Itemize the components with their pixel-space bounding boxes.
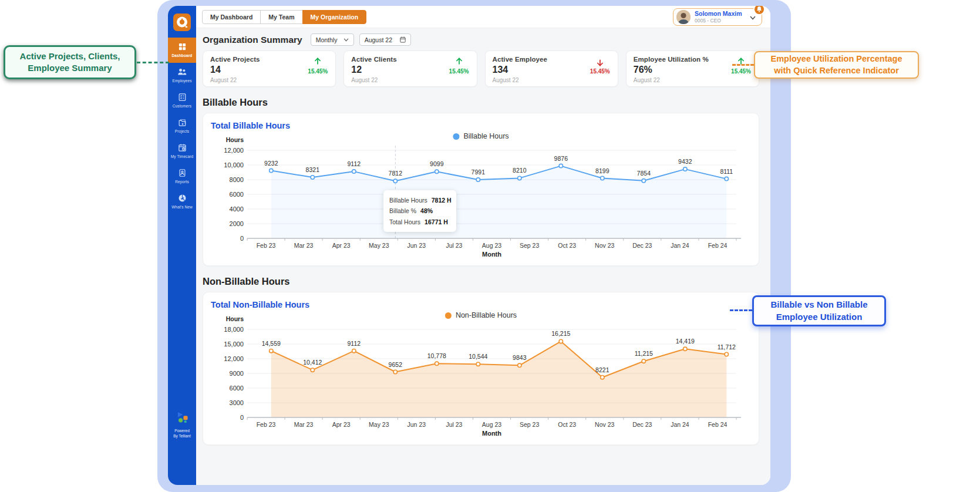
card-date: August 22 [493, 77, 611, 83]
svg-text:Jun 23: Jun 23 [408, 421, 426, 428]
reports-icon [169, 169, 196, 178]
svg-text:8321: 8321 [306, 166, 320, 173]
tooltip-row: Billable %48% [389, 205, 450, 216]
app-window: DashboardEmployeesCustomersProjectsMy Ti… [168, 6, 770, 485]
svg-text:Oct 23: Oct 23 [558, 421, 576, 428]
svg-text:10,778: 10,778 [427, 352, 446, 359]
user-menu[interactable]: Solomon Maxim 0005 - CEO [673, 8, 762, 26]
svg-text:15,000: 15,000 [224, 341, 244, 348]
svg-text:Sep 23: Sep 23 [520, 421, 539, 428]
card-date: August 22 [210, 77, 328, 83]
svg-text:0: 0 [240, 414, 244, 421]
svg-text:3000: 3000 [230, 399, 244, 406]
billable-chart-card: Total Billable HoursBillable Hours12,000… [203, 113, 759, 266]
svg-text:Dec 23: Dec 23 [632, 421, 652, 428]
billable-section-heading: Billable Hours [203, 97, 759, 108]
svg-text:9652: 9652 [389, 361, 403, 368]
svg-text:7991: 7991 [472, 169, 486, 176]
notifications-bell-icon[interactable] [753, 6, 765, 15]
tooltip-row: Billable Hours7812 H [389, 195, 450, 205]
sidebar-item-label: What's New [169, 205, 196, 209]
sidebar-item-label: My Timecard [169, 154, 196, 159]
sidebar-item-employees[interactable]: Employees [168, 63, 196, 88]
svg-text:8000: 8000 [230, 176, 244, 183]
powered-by-label: Powered By Telliant [168, 428, 196, 440]
chevron-down-icon [343, 38, 349, 42]
sidebar-item-whats-new[interactable]: What's New [168, 189, 196, 214]
timecard-icon [169, 143, 196, 153]
topbar: My DashboardMy TeamMy Organization Solom… [196, 6, 770, 28]
svg-text:10,000: 10,000 [224, 161, 244, 169]
svg-text:8199: 8199 [595, 167, 609, 174]
billable-chart-plot: 12,00010,00080006000400020000Hours923283… [211, 134, 751, 260]
tab-my-dashboard[interactable]: My Dashboard [202, 10, 261, 24]
trend-arrow-down-icon [590, 56, 610, 68]
powered-by: Powered By Telliant [168, 412, 196, 440]
legend-dot-icon [445, 312, 452, 319]
svg-text:16,215: 16,215 [551, 330, 570, 337]
svg-text:9876: 9876 [554, 155, 568, 162]
svg-text:0: 0 [240, 235, 244, 242]
user-name: Solomon Maxim [695, 10, 742, 18]
svg-text:8221: 8221 [595, 366, 609, 373]
sidebar-item-reports[interactable]: Reports [168, 164, 196, 189]
sidebar-item-dashboard[interactable]: Dashboard [168, 38, 196, 63]
annotation-summary-callout: Active Projects, Clients, Employee Summa… [4, 45, 136, 79]
nonbillable-section-heading: Non-Billable Hours [203, 276, 759, 287]
svg-text:Apr 23: Apr 23 [332, 421, 351, 428]
svg-text:11,712: 11,712 [718, 343, 736, 351]
organization-summary-title: Organization Summary [203, 35, 302, 45]
sidebar-item-label: Projects [169, 129, 196, 133]
svg-text:12,000: 12,000 [224, 355, 244, 362]
chart-legend: Billable Hours [453, 132, 508, 140]
screenshot-stage: DashboardEmployeesCustomersProjectsMy Ti… [0, 0, 980, 492]
card-date: August 22 [351, 77, 469, 83]
summary-card: Employee Utilization %76%August 2215.45% [626, 50, 759, 87]
svg-text:10,544: 10,544 [469, 353, 487, 360]
svg-text:May 23: May 23 [369, 421, 389, 428]
tab-my-organization[interactable]: My Organization [302, 10, 367, 24]
svg-text:18,000: 18,000 [224, 326, 244, 333]
avatar [676, 10, 691, 24]
annotation-billable-connector [730, 309, 752, 311]
tab-my-team[interactable]: My Team [260, 10, 302, 24]
sidebar-item-my-timecard[interactable]: My Timecard [168, 139, 196, 164]
svg-text:11,215: 11,215 [635, 350, 653, 357]
trend-arrow-up-icon [449, 56, 469, 68]
chart-title: Total Billable Hours [211, 121, 759, 130]
sidebar-item-label: Dashboard [169, 53, 196, 58]
svg-text:Month: Month [482, 430, 501, 437]
card-change: 15.45% [590, 68, 610, 75]
calendar-icon [400, 36, 406, 43]
card-change: 15.45% [731, 68, 751, 75]
svg-text:8111: 8111 [720, 168, 733, 175]
svg-text:Jun 23: Jun 23 [408, 242, 426, 249]
svg-text:Mar 23: Mar 23 [294, 242, 314, 249]
svg-text:7854: 7854 [637, 170, 651, 177]
chart-legend: Non-Billable Hours [445, 311, 517, 319]
svg-text:9099: 9099 [430, 160, 444, 167]
app-logo-icon[interactable] [173, 13, 191, 32]
sidebar-item-customers[interactable]: Customers [168, 88, 196, 113]
organization-summary-row: Organization Summary Monthly August 22 [203, 33, 759, 46]
trend-arrow-up-icon [308, 56, 328, 68]
whats-new-icon [169, 194, 196, 203]
svg-text:Oct 23: Oct 23 [558, 242, 576, 249]
svg-text:Aug 23: Aug 23 [482, 421, 501, 428]
svg-text:Feb 24: Feb 24 [708, 421, 728, 428]
svg-text:9843: 9843 [513, 354, 527, 361]
date-select[interactable]: August 22 [359, 33, 411, 46]
trend-arrow-up-icon [731, 56, 751, 68]
legend-label: Billable Hours [463, 132, 508, 140]
svg-text:9000: 9000 [230, 370, 244, 377]
svg-text:Apr 23: Apr 23 [332, 242, 351, 249]
sidebar-item-projects[interactable]: Projects [168, 113, 196, 139]
summary-card: Active Employee134August 2215.45% [485, 50, 618, 87]
tooltip-row: Total Hours16771 H [389, 217, 450, 227]
main-area: My DashboardMy TeamMy Organization Solom… [196, 6, 770, 485]
svg-text:9112: 9112 [348, 160, 361, 167]
telliant-logo-icon [176, 412, 188, 423]
period-select[interactable]: Monthly [311, 33, 354, 46]
annotation-summary-connector [137, 62, 169, 63]
svg-text:Jul 23: Jul 23 [446, 242, 462, 249]
